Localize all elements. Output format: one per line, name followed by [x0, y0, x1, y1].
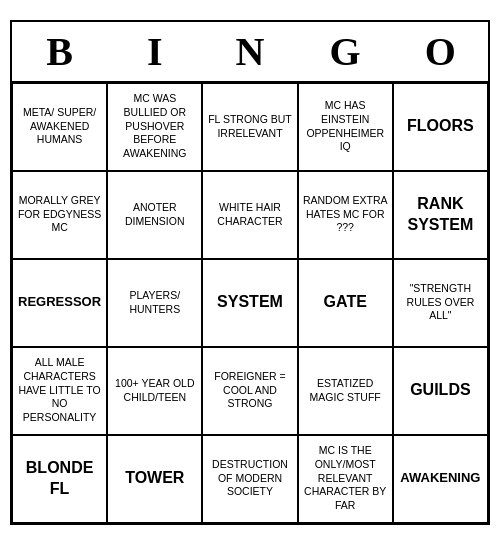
cell-7[interactable]: WHITE HAIR CHARACTER [202, 171, 297, 259]
bingo-card: B I N G O META/ SUPER/ AWAKENED HUMANSMC… [10, 20, 490, 525]
letter-b: B [12, 28, 107, 75]
cell-19[interactable]: GUILDS [393, 347, 488, 435]
cell-13[interactable]: GATE [298, 259, 393, 347]
cell-9[interactable]: RANK SYSTEM [393, 171, 488, 259]
cell-4[interactable]: FLOORS [393, 83, 488, 171]
cell-22[interactable]: DESTRUCTION OF MODERN SOCIETY [202, 435, 297, 523]
bingo-header: B I N G O [12, 22, 488, 83]
cell-3[interactable]: MC HAS EINSTEIN OPPENHEIMER IQ [298, 83, 393, 171]
cell-11[interactable]: PLAYERS/ HUNTERS [107, 259, 202, 347]
cell-16[interactable]: 100+ YEAR OLD CHILD/TEEN [107, 347, 202, 435]
cell-6[interactable]: ANOTER DIMENSION [107, 171, 202, 259]
cell-24[interactable]: AWAKENING [393, 435, 488, 523]
bingo-grid: META/ SUPER/ AWAKENED HUMANSMC WAS BULLI… [12, 83, 488, 523]
letter-o: O [393, 28, 488, 75]
letter-n: N [202, 28, 297, 75]
cell-10[interactable]: REGRESSOR [12, 259, 107, 347]
cell-15[interactable]: ALL MALE CHARACTERS HAVE LITTLE TO NO PE… [12, 347, 107, 435]
cell-12[interactable]: SYSTEM [202, 259, 297, 347]
cell-21[interactable]: TOWER [107, 435, 202, 523]
letter-i: I [107, 28, 202, 75]
cell-20[interactable]: BLONDE FL [12, 435, 107, 523]
cell-1[interactable]: MC WAS BULLIED OR PUSHOVER BEFORE AWAKEN… [107, 83, 202, 171]
cell-18[interactable]: ESTATIZED MAGIC STUFF [298, 347, 393, 435]
letter-g: G [298, 28, 393, 75]
cell-2[interactable]: FL STRONG BUT IRRELEVANT [202, 83, 297, 171]
cell-23[interactable]: MC IS THE ONLY/MOST RELEVANT CHARACTER B… [298, 435, 393, 523]
cell-5[interactable]: MORALLY GREY FOR EDGYNESS MC [12, 171, 107, 259]
cell-17[interactable]: FOREIGNER = COOL AND STRONG [202, 347, 297, 435]
cell-0[interactable]: META/ SUPER/ AWAKENED HUMANS [12, 83, 107, 171]
cell-14[interactable]: "STRENGTH RULES OVER ALL" [393, 259, 488, 347]
cell-8[interactable]: RANDOM EXTRA HATES MC FOR ??? [298, 171, 393, 259]
